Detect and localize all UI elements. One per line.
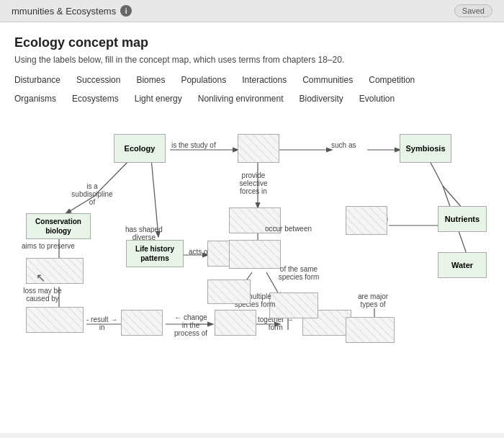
major-types-answer-box[interactable] <box>346 317 395 343</box>
life-history-box: Life history patterns <box>126 240 184 267</box>
label-biomes[interactable]: Biomes <box>136 75 165 85</box>
saved-badge: Saved <box>454 4 492 17</box>
svg-line-12 <box>151 158 158 236</box>
info-icon[interactable]: i <box>120 5 132 17</box>
result-answer-box[interactable] <box>121 310 163 336</box>
main-content: Ecology concept map Using the labels bel… <box>0 22 504 433</box>
cursor-indicator: ↖ <box>36 271 45 285</box>
water-box: Water <box>438 252 487 278</box>
loss-answer-box[interactable] <box>26 307 84 333</box>
populations-answer-box[interactable] <box>238 134 279 163</box>
label-communities[interactable]: Communities <box>302 75 353 85</box>
label-interactions[interactable]: Interactions <box>242 75 287 85</box>
ecology-box: Ecology <box>114 134 166 163</box>
such-as-label: such as <box>331 141 356 149</box>
labels-row-1: Disturbance Succession Biomes Population… <box>14 75 490 91</box>
has-shaped-label: has shapeddiverse <box>125 225 163 241</box>
instructions: Using the labels below, fill in the conc… <box>14 55 490 65</box>
same-species-label: of the samespecies form <box>271 265 327 281</box>
label-nonliving[interactable]: Nonliving environment <box>198 94 284 104</box>
label-competition[interactable]: Competition <box>369 75 415 85</box>
conservation-box: Conservation biology <box>26 213 91 239</box>
label-succession[interactable]: Succession <box>76 75 120 85</box>
preserve-answer-box[interactable] <box>26 258 84 284</box>
change-answer-box[interactable] <box>215 310 256 336</box>
label-ecosystems[interactable]: Ecosystems <box>72 94 119 104</box>
is-study-of-label: is the study of <box>171 141 216 149</box>
occur-between-label: occur between <box>265 225 312 233</box>
change-process-label: ← changein theprocess of <box>166 313 216 337</box>
multiple-species-answer-box[interactable] <box>207 280 251 304</box>
label-populations[interactable]: Populations <box>181 75 226 85</box>
concept-map: Ecology is the study of such as Symbiosi… <box>14 114 490 402</box>
loss-caused-label: loss may be caused by <box>17 287 68 303</box>
occur-answer-box[interactable] <box>229 240 281 269</box>
label-organisms[interactable]: Organisms <box>14 94 56 104</box>
top-bar: mmunities & Ecosystems i Saved <box>0 0 504 22</box>
provide-selective-label: provideselectiveforces in <box>228 171 279 195</box>
subdiscipline-label: is asubdisciplineof <box>63 182 121 206</box>
may-result-label: - result →in <box>86 316 117 331</box>
breadcrumb: mmunities & Ecosystems i <box>12 5 132 17</box>
label-biodiversity[interactable]: Biodiversity <box>299 94 343 104</box>
label-light-energy[interactable]: Light energy <box>135 94 182 104</box>
are-major-label: are majortypes of <box>347 292 399 308</box>
symbiosis-box: Symbiosis <box>400 134 451 163</box>
page-title: Ecology concept map <box>14 35 490 50</box>
breadcrumb-text: mmunities & Ecosystems <box>12 6 116 17</box>
labels-row-2: Organisms Ecosystems Light energy Nonliv… <box>14 94 490 110</box>
nutrients-box: Nutrients <box>438 206 487 232</box>
communities-answer-box[interactable] <box>346 206 387 235</box>
label-disturbance[interactable]: Disturbance <box>14 75 60 85</box>
label-evolution[interactable]: Evolution <box>359 94 395 104</box>
aims-preserve-label: aims to preserve <box>22 242 75 250</box>
